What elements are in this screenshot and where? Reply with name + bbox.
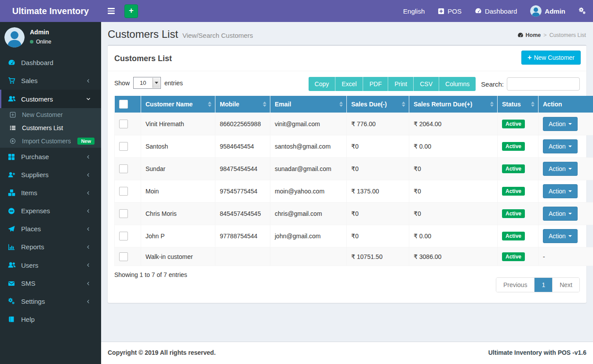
sidebar-item-help[interactable]: Help [0, 310, 101, 328]
sales-due-cell: ₹0 [347, 203, 409, 225]
pagination-next-button[interactable]: Next [552, 278, 579, 292]
excel-button[interactable]: Excel [335, 77, 363, 91]
column-header-sales-return-due[interactable]: Sales Return Due(+) [409, 96, 498, 113]
mobile-cell: 97545775454 [215, 180, 270, 203]
sales-return-due-cell: ₹ 3086.00 [409, 248, 498, 266]
row-checkbox[interactable] [119, 209, 128, 218]
email-cell: john@gmail.com [270, 225, 347, 248]
row-checkbox[interactable] [119, 164, 128, 173]
gears-icon [578, 7, 586, 15]
sidebar-item-suppliers[interactable]: Suppliers [0, 166, 101, 184]
column-header-action: Action [538, 96, 593, 113]
pos-link[interactable]: POS [431, 0, 468, 22]
select-all-header [115, 96, 141, 113]
action-dropdown-button[interactable]: Action [543, 117, 578, 131]
caret-down-icon [568, 146, 572, 147]
column-header-mobile[interactable]: Mobile [215, 96, 270, 113]
chevron-left-icon [86, 262, 95, 268]
mobile-cell: 9584645454 [215, 135, 270, 158]
sidebar-item-places[interactable]: Places [0, 220, 101, 238]
columns-button[interactable]: Columns [439, 77, 476, 91]
grid-icon [8, 153, 17, 160]
table-row: Walk-in customer ₹ 10751.50 ₹ 3086.00 Ac… [115, 248, 593, 266]
settings-menu[interactable] [572, 0, 593, 22]
chevron-left-icon [86, 190, 95, 196]
chevron-left-icon [86, 244, 95, 250]
sidebar-item-purchase[interactable]: Purchase [0, 148, 101, 166]
row-checkbox[interactable] [119, 232, 128, 240]
sidebar-item-users[interactable]: Users [0, 256, 101, 274]
sidebar-item-sms[interactable]: SMS [0, 274, 101, 292]
email-cell: santosh@gmail.com [270, 135, 347, 158]
envelope-icon [8, 280, 17, 287]
sidebar-item-expenses[interactable]: Expenses [0, 202, 101, 220]
action-dropdown-button[interactable]: Action [543, 184, 578, 198]
sidebar-item-customers[interactable]: Customers [0, 90, 101, 108]
pdf-button[interactable]: PDF [363, 77, 388, 91]
customer-name-cell: John P [141, 225, 215, 248]
sidebar-item-sales[interactable]: Sales [0, 72, 101, 90]
mobile-cell: 98475454544 [215, 158, 270, 180]
action-dropdown-button[interactable]: Action [543, 139, 578, 153]
table-row: Vinit Hiremath 866022565988 vinit@gmail.… [115, 113, 593, 135]
sidebar-item-dashboard[interactable]: Dashboard [0, 54, 101, 72]
row-checkbox[interactable] [119, 187, 128, 196]
email-cell: moin@yahoo.com [270, 180, 347, 203]
breadcrumb-current: Customers List [549, 32, 586, 38]
customer-name-cell: Chris Moris [141, 203, 215, 225]
sort-icon [263, 102, 266, 107]
show-label: Show [114, 80, 130, 87]
new-customer-button[interactable]: + New Customer [521, 51, 581, 65]
table-row: John P 97788754544 john@gmail.com ₹0 ₹ 0… [115, 225, 593, 248]
status-badge: Active [502, 120, 525, 128]
action-dropdown-button[interactable]: Action [543, 162, 578, 176]
breadcrumb-home-link[interactable]: Home [517, 32, 541, 38]
search-input[interactable] [507, 77, 580, 91]
user-plus-icon [8, 171, 17, 178]
language-menu[interactable]: English [397, 0, 431, 22]
breadcrumb: Home > Customers List [517, 32, 586, 38]
sidebar-item-reports[interactable]: Reports [0, 238, 101, 256]
sales-return-due-cell: ₹ 0.00 [409, 225, 498, 248]
sidebar-toggle-button[interactable] [101, 0, 121, 22]
print-button[interactable]: Print [388, 77, 413, 91]
action-dropdown-button[interactable]: Action [543, 207, 578, 221]
status-badge: Active [502, 187, 525, 196]
column-header-sales-due[interactable]: Sales Due(-) [347, 96, 409, 113]
app-logo[interactable]: Ultimate Inventory [0, 0, 101, 22]
sidebar-item-new-customer[interactable]: New Customer [0, 108, 101, 121]
sidebar-item-import-customers[interactable]: Import Customers New [0, 135, 101, 148]
column-header-status[interactable]: Status [498, 96, 538, 113]
sales-due-cell: ₹0 [347, 135, 409, 158]
sales-due-cell: ₹ 776.00 [347, 113, 409, 135]
row-checkbox[interactable] [119, 252, 128, 261]
pagination-previous-button[interactable]: Previous [496, 278, 534, 292]
copy-button[interactable]: Copy [309, 77, 335, 91]
mobile-cell [215, 248, 270, 266]
row-checkbox[interactable] [119, 120, 128, 128]
select-all-checkbox[interactable] [119, 100, 128, 109]
customer-name-cell: Santosh [141, 135, 215, 158]
action-dropdown-button[interactable]: Action [543, 229, 578, 243]
minus-circle-icon [8, 207, 17, 215]
user-menu[interactable]: Admin [524, 0, 572, 22]
email-cell: sunadar@gmail.com [270, 158, 347, 180]
sales-return-due-cell: ₹ 0.00 [409, 135, 498, 158]
pagination-page-1-button[interactable]: 1 [534, 278, 552, 292]
column-header-email[interactable]: Email [270, 96, 347, 113]
sidebar-item-settings[interactable]: Settings [0, 292, 101, 310]
dashboard-link[interactable]: Dashboard [468, 0, 524, 22]
sidebar-item-customers-list[interactable]: Customers List [0, 121, 101, 135]
sales-due-cell: ₹ 10751.50 [347, 248, 409, 266]
page-length-select[interactable]: 10 [134, 77, 160, 88]
row-checkbox[interactable] [119, 142, 128, 151]
csv-button[interactable]: CSV [413, 77, 439, 91]
column-header-customer-name[interactable]: Customer Name [141, 96, 215, 113]
table-row: Chris Moris 845457454545 chris@gmail.com… [115, 203, 593, 225]
email-cell [270, 248, 347, 266]
sidebar-item-items[interactable]: Items [0, 184, 101, 202]
mobile-cell: 97788754544 [215, 225, 270, 248]
quick-add-button[interactable]: + [124, 4, 138, 18]
content-area: Customers List View/Search Customers Hom… [101, 22, 593, 342]
gears-icon [8, 298, 17, 305]
